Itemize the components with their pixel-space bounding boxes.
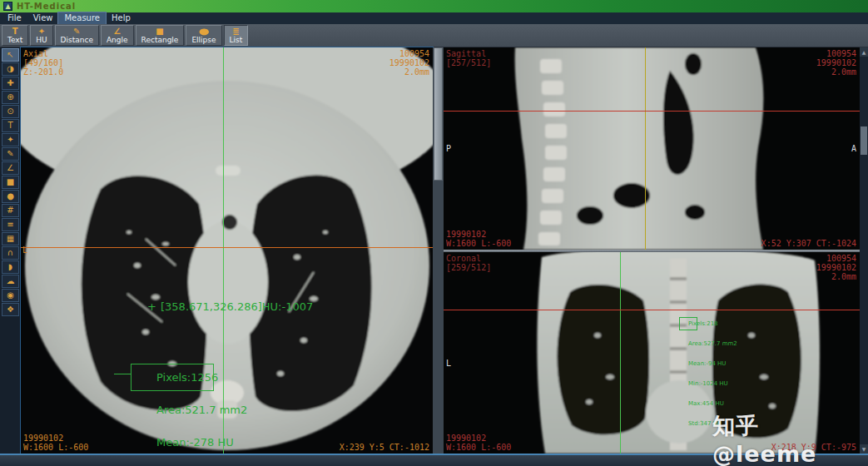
- sidebar-tool-magnifier[interactable]: ⊙: [2, 105, 19, 118]
- sidebar-tool-image[interactable]: ▦: [2, 232, 19, 245]
- window-title: HT-Medical: [17, 2, 76, 11]
- window-level-icon: ◑: [7, 65, 14, 73]
- app-icon: ▲: [3, 2, 12, 11]
- menu-bar: FileViewMeasureHelp: [0, 12, 868, 24]
- sagittal-title: Sagittal: [446, 49, 486, 58]
- sidebar-tool-window-level[interactable]: ◑: [2, 62, 19, 76]
- sidebar-tool-zoom-in[interactable]: ⊕: [2, 91, 19, 104]
- axial-point-label: [358.671,326.286]HU:-1007: [161, 302, 313, 311]
- axial-date: 19990102: [23, 434, 63, 443]
- axial-slice-index: [49/160]: [23, 58, 63, 67]
- sidebar-tool-lungs[interactable]: ∩: [2, 246, 19, 260]
- sidebar-tool-skeleton[interactable]: ❖: [2, 303, 19, 316]
- ellipse-button-label: Ellipse: [191, 36, 216, 44]
- axial-view-pane[interactable]: Axial [49/160] Z:-201.0 100954 19990102 …: [21, 47, 433, 454]
- hu-icon: ✦: [38, 27, 45, 36]
- axial-roi-leader-line: [114, 374, 131, 374]
- axial-z-position: Z:-201.0: [23, 67, 63, 77]
- watermark: 知乎 @leeme: [712, 411, 868, 466]
- coronal-slice-thickness: 2.0mm: [831, 272, 856, 281]
- application-window: ▲ HT-Medical FileViewMeasureHelp TText✦H…: [0, 0, 868, 466]
- crop-icon: #: [7, 206, 13, 215]
- axial-title: Axial: [23, 49, 48, 58]
- coronal-window-level: W:1600 L:-600: [446, 443, 511, 452]
- sidebar-tool-kidney[interactable]: ◉: [2, 289, 19, 302]
- sidebar-tool-cursor[interactable]: ↖: [2, 48, 19, 62]
- sidebar-tool-pin[interactable]: ✦: [2, 133, 19, 146]
- menu-measure[interactable]: Measure: [58, 12, 106, 24]
- right-scrollbar-thumb[interactable]: [861, 126, 867, 155]
- text-icon: T: [7, 121, 12, 130]
- sidebar-tool-rectangle[interactable]: ■: [2, 176, 19, 189]
- menu-view[interactable]: View: [27, 12, 59, 24]
- sagittal-crosshair-horizontal[interactable]: [444, 111, 860, 112]
- layers-icon: ≡: [7, 221, 13, 229]
- sidebar-tool-ellipse[interactable]: ●: [2, 190, 19, 203]
- axial-orientation-left: L: [22, 245, 27, 255]
- ellipse-icon: ●: [7, 192, 14, 201]
- sidebar-tool-pan[interactable]: ✚: [2, 77, 19, 90]
- image-icon: ▦: [7, 235, 14, 243]
- ellipse-button[interactable]: ●Ellipse: [186, 25, 221, 46]
- text-button[interactable]: TText: [2, 25, 28, 46]
- brain-icon: ☁: [7, 277, 15, 285]
- sidebar-tool-layers[interactable]: ≡: [2, 218, 19, 231]
- coronal-crosshair-vertical[interactable]: [620, 252, 621, 454]
- sagittal-patient-id: 100954: [826, 49, 856, 58]
- title-bar[interactable]: ▲ HT-Medical: [0, 0, 868, 12]
- angle-button-label: Angle: [107, 36, 128, 44]
- distance-icon: ✎: [7, 150, 13, 158]
- sidebar-tool-liver[interactable]: ◗: [2, 260, 19, 274]
- sidebar-tool-angle[interactable]: ∠: [2, 161, 19, 175]
- axial-patient-id: 100954: [399, 49, 429, 58]
- coronal-title: Coronal: [446, 254, 481, 263]
- pin-icon: ✦: [7, 136, 13, 144]
- angle-icon: ∠: [7, 164, 14, 172]
- menu-help[interactable]: Help: [106, 12, 136, 24]
- coronal-orientation-left: L: [446, 359, 451, 368]
- ellipse-icon: ●: [198, 27, 209, 36]
- pan-icon: ✚: [7, 79, 13, 87]
- rectangle-icon: ■: [7, 178, 14, 186]
- sagittal-crosshair-vertical[interactable]: [645, 47, 646, 250]
- coronal-study-date: 19990102: [816, 263, 856, 272]
- sagittal-slice-index: [257/512]: [446, 58, 491, 67]
- sagittal-view-pane[interactable]: Sagittal [257/512] 100954 19990102 2.0mm…: [444, 47, 860, 250]
- angle-button[interactable]: ∠Angle: [101, 25, 134, 46]
- magnifier-icon: ⊙: [7, 107, 13, 116]
- sidebar-tool-text[interactable]: T: [2, 119, 19, 132]
- scroll-up-arrow-icon[interactable]: ▲: [860, 47, 868, 57]
- sagittal-slice-thickness: 2.0mm: [831, 67, 856, 77]
- axial-window-level: W:1600 L:-600: [23, 443, 88, 452]
- kidney-icon: ◉: [7, 291, 14, 300]
- coronal-slice-index: [259/512]: [446, 263, 491, 272]
- sagittal-orientation-right: A: [851, 144, 856, 153]
- cursor-icon: ↖: [7, 51, 13, 59]
- right-scrollbar[interactable]: ▲ ▼: [860, 47, 868, 454]
- zoom-in-icon: ⊕: [7, 93, 13, 102]
- axial-roi-stats: Pixels:1256 Area:521.7 mm2 Mean:-278 HU …: [156, 350, 247, 454]
- coronal-crosshair-horizontal[interactable]: [444, 310, 860, 310]
- sidebar-tool-brain[interactable]: ☁: [2, 275, 19, 288]
- text-icon: T: [12, 27, 18, 36]
- menu-file[interactable]: File: [2, 12, 27, 24]
- list-icon: ≣: [232, 27, 239, 36]
- axial-crosshair-horizontal[interactable]: [21, 247, 433, 248]
- axial-point-marker[interactable]: +: [147, 302, 156, 311]
- axial-study-date: 19990102: [389, 58, 429, 67]
- sagittal-cursor-readout: X:52 Y:307 CT:-1024: [761, 239, 856, 248]
- axial-slice-thickness: 2.0mm: [404, 67, 429, 77]
- list-button[interactable]: ≣List: [224, 25, 249, 46]
- distance-button[interactable]: ✎Distance: [55, 25, 99, 46]
- sidebar-tool-distance[interactable]: ✎: [2, 147, 19, 161]
- sagittal-date: 19990102: [446, 230, 486, 239]
- middle-scrollbar-thumb[interactable]: [434, 47, 443, 181]
- rectangle-button[interactable]: ■Rectangle: [136, 25, 185, 46]
- sidebar-tool-crop[interactable]: #: [2, 204, 19, 217]
- middle-scrollbar[interactable]: [433, 47, 444, 454]
- sagittal-ct-image[interactable]: [444, 47, 860, 250]
- skeleton-icon: ❖: [7, 305, 14, 314]
- hu-button[interactable]: ✦HU: [30, 25, 52, 46]
- angle-icon: ∠: [113, 27, 121, 36]
- lungs-icon: ∩: [7, 249, 13, 257]
